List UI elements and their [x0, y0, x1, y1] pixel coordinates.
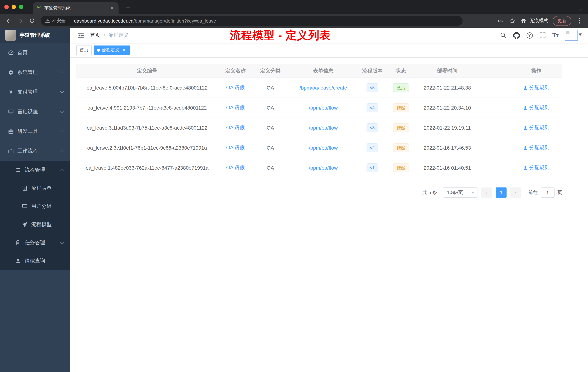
next-page-button[interactable]: ›	[510, 187, 521, 198]
column-header: 状态	[386, 64, 416, 77]
app-frame: 芋道管理系统 首页 系统管理 ¥ 支付管理 基础设施	[0, 28, 588, 372]
reload-button[interactable]	[27, 16, 37, 26]
form-link[interactable]: /bpm/oa/leave/create	[299, 85, 347, 91]
sidebar-item-system[interactable]: 系统管理	[0, 63, 70, 82]
avatar	[565, 30, 578, 41]
assign-rule-link[interactable]: 分配规则	[523, 85, 550, 91]
sidebar-item-task-management[interactable]: 任务管理	[0, 234, 70, 252]
deploy-time: 2022-01-16 17:46:53	[416, 138, 479, 158]
tab-close-icon[interactable]: ×	[109, 5, 115, 11]
header-actions: ? TT	[500, 30, 582, 41]
address-bar[interactable]: 不安全 dashboard.yudao.iocoder.cn/bpm/manag…	[41, 16, 462, 26]
form-link[interactable]: /bpm/oa/flow	[309, 125, 338, 131]
assign-rule-link[interactable]: 分配规则	[523, 164, 550, 171]
forward-button[interactable]	[15, 16, 25, 26]
close-window-button[interactable]	[4, 5, 9, 9]
app-logo	[5, 30, 16, 41]
table-row: oa_leave:4:991f2193-7b7f-11ec-a3c8-acde4…	[76, 98, 562, 118]
sidebar-item-label: 用户分组	[31, 203, 52, 210]
definition-name-link[interactable]: OA 请假	[226, 164, 245, 171]
font-size-icon[interactable]: TT	[552, 32, 558, 39]
update-button[interactable]: 更新	[553, 16, 571, 26]
github-icon[interactable]	[513, 32, 520, 39]
briefcase-icon	[8, 148, 14, 154]
chevron-up-icon	[60, 150, 64, 153]
bookmark-star-icon[interactable]	[508, 17, 516, 24]
column-header: 定义分类	[253, 64, 288, 77]
version-tag: v1	[366, 164, 378, 172]
column-header: 定义编号	[76, 64, 218, 77]
minimize-window-button[interactable]	[12, 5, 16, 9]
url-text: dashboard.yudao.iocoder.cn/bpm/manager/d…	[74, 18, 216, 23]
new-tab-button[interactable]: +	[124, 3, 132, 12]
user-icon	[523, 85, 527, 90]
sidebar-item-process-management[interactable]: 流程管理	[0, 161, 70, 179]
sidebar-item-leave-query[interactable]: 请假查询	[0, 252, 70, 270]
security-chip[interactable]: 不安全	[45, 18, 66, 24]
definition-name-link[interactable]: OA 请假	[226, 124, 245, 131]
form-link[interactable]: /bpm/oa/flow	[309, 105, 338, 111]
page-number-button[interactable]: 1	[496, 187, 506, 198]
dashboard-icon	[8, 50, 14, 56]
goto-page-input[interactable]	[541, 187, 555, 198]
definition-category: OA	[253, 98, 288, 118]
key-icon[interactable]	[497, 17, 504, 24]
sidebar-collapse-icon[interactable]	[75, 29, 87, 42]
sidebar-item-label: 流程管理	[25, 167, 45, 173]
security-label: 不安全	[52, 18, 66, 24]
goto-label: 前往	[528, 189, 538, 196]
sidebar-item-payment[interactable]: ¥ 支付管理	[0, 82, 70, 102]
sidebar-item-process-form[interactable]: 流程表单	[0, 179, 70, 197]
sidebar-item-infrastructure[interactable]: 基础设施	[0, 102, 70, 121]
row-spacer	[479, 78, 510, 98]
tag-close-icon[interactable]: ×	[121, 47, 126, 53]
yen-icon: ¥	[8, 89, 14, 95]
table-row: oa_leave:1:482ec033-762a-11ec-8477-a2380…	[76, 158, 562, 178]
toolbox-icon	[8, 129, 14, 134]
version-tag: v2	[366, 143, 378, 152]
search-icon[interactable]	[500, 32, 507, 39]
avatar-menu[interactable]	[565, 30, 582, 41]
browser-toolbar: 不安全 dashboard.yudao.iocoder.cn/bpm/manag…	[0, 14, 588, 28]
page-size-select[interactable]: 10条/页	[443, 187, 477, 198]
chevron-down-icon	[471, 192, 474, 194]
sidebar-item-user-group[interactable]: 用户分组	[0, 197, 70, 216]
app-title: 芋道管理系统	[20, 32, 50, 39]
table-header-row: 定义编号 定义名称 定义分类 表单信息 流程版本 状态 部署时间 操作	[76, 64, 562, 78]
assign-rule-link[interactable]: 分配规则	[523, 124, 550, 131]
version-tag: v5	[366, 83, 378, 92]
maximize-window-button[interactable]	[19, 5, 23, 9]
tag-home[interactable]: 首页	[76, 45, 92, 55]
browser-tab[interactable]: 芋道管理系统 ×	[33, 2, 118, 14]
user-icon	[523, 125, 527, 130]
breadcrumb-home[interactable]: 首页	[90, 32, 100, 39]
status-badge: 挂起	[393, 164, 409, 172]
assign-rule-link[interactable]: 分配规则	[523, 144, 550, 151]
browser-menu-icon[interactable]	[576, 17, 583, 24]
sidebar-item-label: 任务管理	[25, 240, 45, 246]
deploy-time: 2022-01-16 01:40:51	[416, 158, 479, 178]
tasks-icon	[15, 240, 21, 246]
sidebar-item-workflow[interactable]: 工作流程	[0, 141, 70, 161]
main-area: 首页 / 流程定义 流程模型 - 定义列表 ? TT	[70, 28, 588, 372]
definition-name-link[interactable]: OA 请假	[226, 104, 245, 111]
form-link[interactable]: /bpm/oa/flow	[309, 145, 338, 151]
sidebar-item-devtools[interactable]: 研发工具	[0, 121, 70, 141]
fullscreen-icon[interactable]	[539, 32, 546, 39]
definition-id: oa_leave:1:482ec033-762a-11ec-8477-a2380…	[76, 158, 218, 178]
form-link[interactable]: /bpm/oa/flow	[309, 165, 338, 171]
tag-process-definition[interactable]: 流程定义 ×	[94, 45, 130, 55]
sidebar-item-home[interactable]: 首页	[0, 43, 70, 63]
table-row: oa_leave:5:004b710b-7b8a-11ec-8ef0-acde4…	[76, 78, 562, 98]
sidebar-item-process-model[interactable]: 流程模型	[0, 216, 70, 234]
sidebar-logo-row[interactable]: 芋道管理系统	[0, 28, 70, 43]
prev-page-button[interactable]: ‹	[481, 187, 492, 198]
definition-name-link[interactable]: OA 请假	[226, 144, 245, 151]
back-button[interactable]	[4, 16, 14, 26]
page-unit-label: 页	[557, 189, 562, 196]
definition-name-link[interactable]: OA 请假	[226, 85, 245, 91]
help-icon[interactable]: ?	[526, 32, 533, 38]
assign-rule-link[interactable]: 分配规则	[523, 104, 550, 111]
column-header: 部署时间	[416, 64, 479, 77]
tab-search-chevron-icon[interactable]	[580, 5, 582, 12]
